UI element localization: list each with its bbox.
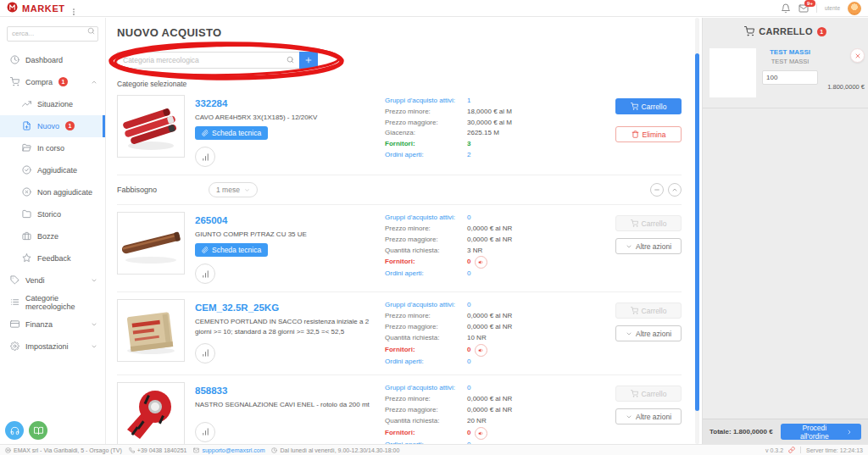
mail-icon [193, 447, 199, 453]
product-stats: Gruppi d'acquisto attivi:1 Prezzo minore… [385, 95, 605, 167]
category-search-input[interactable] [117, 52, 299, 69]
cart-icon [631, 219, 638, 227]
notifications-bell-icon[interactable] [781, 3, 791, 14]
briefcase-icon [22, 231, 31, 241]
documentation-button[interactable] [29, 421, 47, 440]
divider [816, 3, 817, 13]
cart-item-quantity-input[interactable] [762, 70, 818, 85]
period-dropdown[interactable]: 1 mese [209, 182, 258, 197]
support-chat-button[interactable] [5, 421, 24, 440]
scheda-tecnica-button[interactable]: Scheda tecnica [195, 126, 268, 140]
company-info: EMAX srl - Via Garibaldi, 5 - Orsago (TV… [5, 447, 122, 453]
chevron-up-icon [671, 186, 678, 193]
product-code-link[interactable]: CEM_32.5R_25KG [195, 302, 279, 313]
product-stats: Gruppi d'acquisto attivi:0 Prezzo minore… [385, 382, 605, 444]
megaphone-alert-icon[interactable] [475, 256, 487, 269]
cart-item-name: TEST MASSI [762, 58, 818, 65]
messages-icon[interactable]: 9+ [798, 3, 809, 14]
more-vertical-icon[interactable] [70, 4, 78, 13]
more-actions-button[interactable]: Altre azioni [615, 238, 682, 254]
product-card: CEM_32.5R_25KG CEMENTO PORTLAND IN SACCO… [117, 292, 682, 375]
fabbisogno-label: Fabbisogno [117, 186, 209, 194]
sidebar-item-situazione[interactable]: Situazione [0, 93, 105, 115]
remove-cart-item-button[interactable] [850, 48, 865, 63]
clock-icon [271, 447, 277, 453]
product-card: 858833 NASTRO SEGNALAZIONE CAVI ENEL - r… [117, 375, 682, 444]
chevron-down-icon [244, 187, 250, 193]
price-history-button[interactable] [195, 343, 215, 363]
product-code-link[interactable]: 332284 [195, 98, 227, 108]
sidebar-item-storico[interactable]: Storico [0, 203, 105, 225]
main-content: NUOVO ACQUISTO Categorie selezionate [107, 18, 702, 444]
sidebar-search-input[interactable] [7, 26, 98, 42]
gear-icon [10, 341, 19, 351]
cart-icon [744, 26, 754, 36]
collapse-section-button[interactable] [650, 183, 664, 197]
sidebar-item-dashboard[interactable]: Dashboard [0, 49, 105, 71]
scroll-top-button[interactable] [668, 183, 682, 197]
phone-icon [129, 447, 135, 453]
main-scrollbar-track[interactable] [695, 18, 699, 444]
scheda-tecnica-button[interactable]: Scheda tecnica [195, 243, 268, 257]
server-time: Server time: 12:24:13 [806, 447, 863, 453]
cart-total: Totale: 1.800,0000 € [709, 428, 773, 436]
paperclip-icon [202, 247, 209, 253]
price-history-button[interactable] [195, 264, 215, 284]
sidebar-item-compra[interactable]: Compra 1 [0, 71, 105, 93]
add-to-cart-button-disabled[interactable]: Carrello [615, 386, 682, 402]
cart-header: CARRELLO 1 [703, 18, 868, 44]
main-scrollbar-thumb[interactable] [695, 53, 699, 411]
chevron-down-icon [626, 330, 632, 337]
fabbisogno-bar: Fabbisogno 1 mese [117, 182, 682, 204]
trash-icon [632, 130, 639, 138]
product-image [117, 95, 185, 158]
brand-logo-icon[interactable] [7, 1, 18, 16]
product-stats: Gruppi d'acquisto attivi:0 Prezzo minore… [385, 212, 605, 284]
cart-item-code-link[interactable]: TEST MASSI [762, 48, 818, 56]
sidebar-item-impostazioni[interactable]: Impostazioni [0, 336, 105, 358]
divider [800, 447, 801, 453]
price-history-button[interactable] [195, 147, 215, 167]
chevron-down-icon [91, 277, 97, 284]
search-icon [287, 56, 294, 64]
product-code-link[interactable]: 265004 [195, 215, 227, 225]
product-card: 332284 CAVO ARE4H5RX 3X(1X185) - 12/20KV… [117, 88, 682, 175]
megaphone-alert-icon[interactable] [475, 427, 487, 440]
product-image [117, 299, 185, 362]
x-circle-icon [22, 187, 31, 197]
sidebar-item-nuovo[interactable]: Nuovo 1 [0, 115, 105, 137]
close-icon [854, 53, 861, 59]
support-email[interactable]: supporto@emaxsrl.com [193, 447, 264, 453]
more-actions-button[interactable]: Altre azioni [615, 408, 682, 424]
chevron-right-icon [846, 429, 853, 436]
username[interactable]: utente [825, 5, 840, 11]
more-actions-button[interactable]: Altre azioni [615, 325, 682, 341]
add-category-button[interactable] [299, 52, 318, 69]
tag-icon [10, 275, 19, 285]
category-search [117, 52, 318, 69]
sidebar-item-aggiudicate[interactable]: Aggiudicate [0, 159, 105, 181]
avatar[interactable] [848, 2, 861, 15]
dashboard-icon [10, 55, 19, 64]
cart-icon [631, 307, 638, 314]
price-history-button[interactable] [195, 422, 215, 442]
product-code-link[interactable]: 858833 [195, 386, 227, 396]
cart-icon [631, 103, 638, 110]
delete-button[interactable]: Elimina [615, 126, 682, 142]
product-stats: Gruppi d'acquisto attivi:0 Prezzo minore… [385, 299, 605, 367]
sidebar-item-feedback[interactable]: Feedback [0, 247, 105, 269]
cart-item: TEST MASSI TEST MASSI 1.800,0000 € [703, 44, 868, 108]
sidebar-item-in-corso[interactable]: In corso [0, 137, 105, 159]
megaphone-alert-icon[interactable] [475, 344, 487, 357]
checkout-button[interactable]: Procedi all'ordine [781, 424, 861, 440]
sidebar-item-non-aggiudicate[interactable]: Non aggiudicate [0, 181, 105, 203]
add-to-cart-button-disabled[interactable]: Carrello [615, 302, 682, 319]
sidebar-item-vendi[interactable]: Vendi [0, 269, 105, 291]
add-to-cart-button[interactable]: Carrello [615, 98, 682, 114]
add-to-cart-button-disabled[interactable]: Carrello [615, 215, 682, 231]
messages-badge: 9+ [804, 0, 815, 7]
sidebar-item-finanza[interactable]: Finanza [0, 314, 105, 336]
sidebar-item-bozze[interactable]: Bozze [0, 225, 105, 247]
sidebar-item-categorie-merceologiche[interactable]: Categorie merceologiche [0, 291, 105, 314]
folder-open-icon [22, 143, 31, 153]
